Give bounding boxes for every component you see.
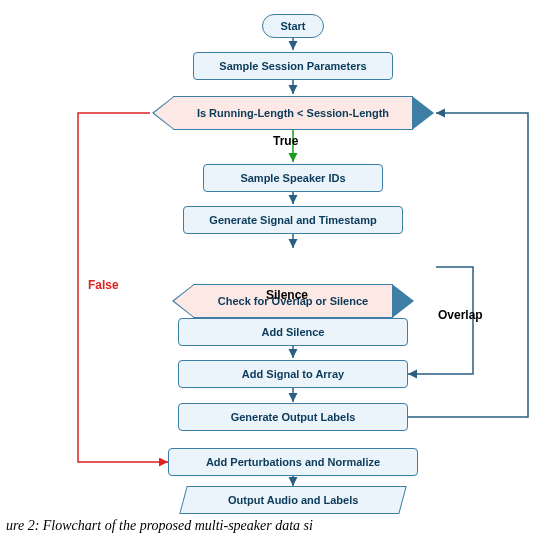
output-label: Output Audio and Labels (228, 494, 358, 506)
start-node: Start (262, 14, 324, 38)
silence-label: Silence (266, 288, 308, 302)
add-silence-node: Add Silence (178, 318, 408, 346)
sample-params-label: Sample Session Parameters (219, 60, 366, 72)
figure-caption: ure 2: Flowchart of the proposed multi-s… (0, 518, 558, 534)
overlap-label: Overlap (438, 308, 483, 322)
sample-speaker-label: Sample Speaker IDs (240, 172, 345, 184)
true-label: True (273, 134, 298, 148)
flowchart-container: Start Sample Session Parameters Is Runni… (8, 8, 550, 508)
add-signal-node: Add Signal to Array (178, 360, 408, 388)
perturb-label: Add Perturbations and Normalize (206, 456, 380, 468)
gen-labels-label: Generate Output Labels (231, 411, 356, 423)
arrow-layer (8, 8, 550, 508)
add-silence-label: Add Silence (262, 326, 325, 338)
start-label: Start (280, 20, 305, 32)
sample-params-node: Sample Session Parameters (193, 52, 393, 80)
sample-speaker-node: Sample Speaker IDs (203, 164, 383, 192)
decision-length-node: Is Running-Length < Session-Length (173, 96, 413, 130)
output-node: Output Audio and Labels (179, 486, 407, 514)
gen-signal-node: Generate Signal and Timestamp (183, 206, 403, 234)
gen-signal-label: Generate Signal and Timestamp (209, 214, 376, 226)
false-label: False (88, 278, 119, 292)
perturb-node: Add Perturbations and Normalize (168, 448, 418, 476)
gen-labels-node: Generate Output Labels (178, 403, 408, 431)
add-signal-label: Add Signal to Array (242, 368, 344, 380)
decision-length-label: Is Running-Length < Session-Length (197, 107, 389, 119)
